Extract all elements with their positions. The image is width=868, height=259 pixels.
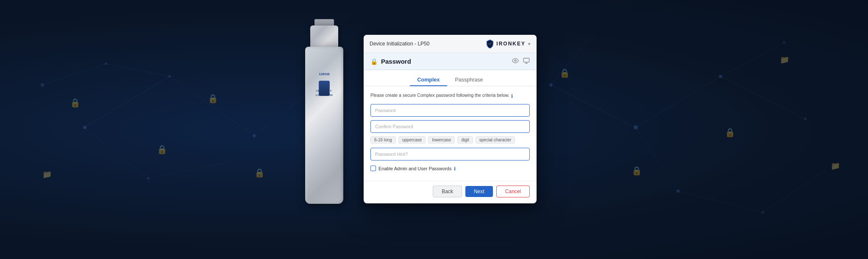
- usb-size-badge: 128GB: [309, 72, 339, 76]
- svg-point-15: [83, 126, 86, 129]
- next-button[interactable]: Next: [465, 186, 493, 197]
- svg-point-17: [253, 134, 256, 138]
- dialog-logo: IRONKEY ▾: [485, 39, 531, 48]
- lock-icon-1: 🔒: [70, 98, 81, 108]
- svg-point-26: [762, 211, 764, 214]
- confirm-password-input[interactable]: [370, 120, 530, 133]
- svg-line-9: [721, 76, 805, 119]
- checkbox-row: Enable Admin and User Passwords ℹ: [370, 166, 530, 172]
- svg-line-11: [551, 34, 593, 85]
- lock-icon-3: 🔒: [208, 93, 218, 104]
- svg-line-3: [148, 161, 233, 178]
- criteria-uppercase: uppercase: [398, 136, 426, 144]
- svg-line-1: [170, 76, 254, 136]
- usb-body: 128GB IRONKEY LOCKER+50: [305, 47, 343, 204]
- lock-icon-7: 🔒: [725, 127, 735, 138]
- lock-icon: 🔒: [370, 58, 378, 65]
- folder-icon-2: 📁: [780, 55, 789, 65]
- svg-line-6: [106, 64, 170, 76]
- ironkey-logo: IRONKEY ▾: [485, 39, 531, 48]
- enable-admin-checkbox[interactable]: [370, 166, 376, 171]
- svg-rect-29: [523, 58, 529, 62]
- svg-point-21: [549, 83, 553, 87]
- svg-line-14: [763, 170, 826, 212]
- svg-point-23: [719, 75, 722, 78]
- dialog-title: Device Initialization - LP50: [370, 41, 429, 47]
- section-title: 🔒 Password: [370, 58, 411, 65]
- password-input[interactable]: [370, 104, 530, 117]
- usb-model: LOCKER+50: [307, 93, 341, 97]
- checkbox-label: Enable Admin and User Passwords: [378, 166, 451, 171]
- svg-line-10: [636, 127, 678, 191]
- criteria-row: 6-16 long uppercase lowercase digit spec…: [370, 136, 530, 144]
- svg-line-12: [721, 42, 784, 76]
- dialog-titlebar: Device Initialization - LP50 IRONKEY ▾: [364, 35, 537, 53]
- view-icon-btn[interactable]: [512, 57, 519, 65]
- section-header: 🔒 Password: [364, 53, 537, 70]
- criteria-lowercase: lowercase: [428, 136, 455, 144]
- checkbox-info-icon: ℹ: [454, 166, 456, 172]
- info-icon: ℹ: [511, 93, 513, 100]
- usb-drive: 128GB IRONKEY LOCKER+50: [305, 25, 343, 208]
- usb-label: IRONKEY LOCKER+50: [307, 89, 341, 97]
- svg-line-8: [636, 76, 721, 127]
- logo-chevron: ▾: [528, 42, 531, 46]
- lock-icon-4: 🔒: [254, 168, 265, 178]
- criteria-digit: digit: [457, 136, 473, 144]
- tab-bar: Complex Passphrase: [364, 70, 537, 86]
- svg-point-28: [515, 60, 516, 62]
- password-hint-input[interactable]: [370, 148, 530, 160]
- svg-point-24: [804, 118, 807, 120]
- form-content: Please create a secure Complex password …: [364, 86, 537, 179]
- svg-point-18: [147, 177, 150, 180]
- svg-point-22: [634, 125, 638, 130]
- section-icons: [512, 57, 530, 65]
- criteria-special: special character: [476, 136, 515, 144]
- svg-point-16: [168, 75, 171, 78]
- svg-point-20: [105, 62, 107, 65]
- svg-line-2: [85, 127, 148, 178]
- back-button[interactable]: Back: [433, 186, 462, 197]
- tab-passphrase[interactable]: Passphrase: [447, 74, 490, 86]
- dialog-window: Device Initialization - LP50 IRONKEY ▾ 🔒…: [364, 35, 537, 203]
- svg-line-5: [42, 64, 106, 85]
- lock-icon-6: 🔒: [632, 166, 642, 176]
- tab-complex[interactable]: Complex: [410, 74, 448, 86]
- usb-brand: IRONKEY: [307, 89, 341, 93]
- svg-line-13: [678, 191, 763, 212]
- ironkey-logo-icon: [485, 39, 495, 48]
- hint-text-content: Please create a secure Complex password …: [370, 92, 509, 99]
- folder-icon-1: 📁: [42, 170, 52, 179]
- svg-point-27: [783, 41, 785, 44]
- hint-text: Please create a secure Complex password …: [370, 92, 530, 100]
- section-title-text: Password: [381, 58, 411, 65]
- svg-line-7: [551, 85, 636, 127]
- svg-point-19: [41, 83, 44, 87]
- lock-icon-5: 🔒: [559, 68, 570, 78]
- cancel-button[interactable]: Cancel: [496, 186, 530, 197]
- monitor-icon-btn[interactable]: [523, 57, 530, 65]
- svg-line-0: [85, 76, 170, 127]
- ironkey-text: IRONKEY: [496, 41, 526, 47]
- folder-icon-3: 📁: [831, 161, 840, 171]
- svg-point-25: [676, 189, 680, 193]
- criteria-length: 6-16 long: [370, 136, 396, 144]
- lock-icon-2: 🔒: [157, 144, 167, 155]
- button-row: Back Next Cancel: [364, 181, 537, 203]
